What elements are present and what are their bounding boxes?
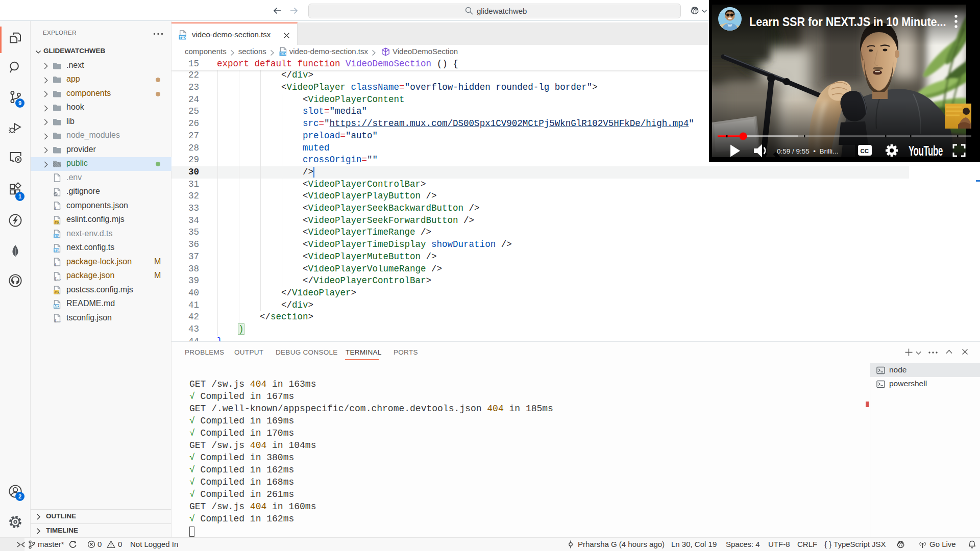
- svg-text:MD: MD: [54, 305, 60, 308]
- svg-text:TS: TS: [54, 234, 59, 238]
- svg-text:0:59 / 9:55 • Brilli...: 0:59 / 9:55 • Brilli...: [777, 147, 838, 155]
- svg-text:CC: CC: [861, 148, 869, 154]
- svg-text:TSX: TSX: [180, 36, 187, 39]
- svg-text:Learn SSR for NEXT.JS in 10 Mi: Learn SSR for NEXT.JS in 10 Minute...: [749, 15, 946, 29]
- svg-text:TSX: TSX: [280, 52, 286, 56]
- svg-text:{..}: {..}: [54, 318, 61, 322]
- svg-text:{..}: {..}: [54, 262, 61, 266]
- svg-text:JS: JS: [54, 290, 59, 294]
- svg-text:YouTube: YouTube: [909, 143, 943, 159]
- svg-text:JS: JS: [54, 220, 59, 224]
- svg-text:{..}: {..}: [54, 206, 61, 210]
- svg-text:{..}: {..}: [54, 276, 61, 281]
- svg-text:TS: TS: [54, 248, 59, 252]
